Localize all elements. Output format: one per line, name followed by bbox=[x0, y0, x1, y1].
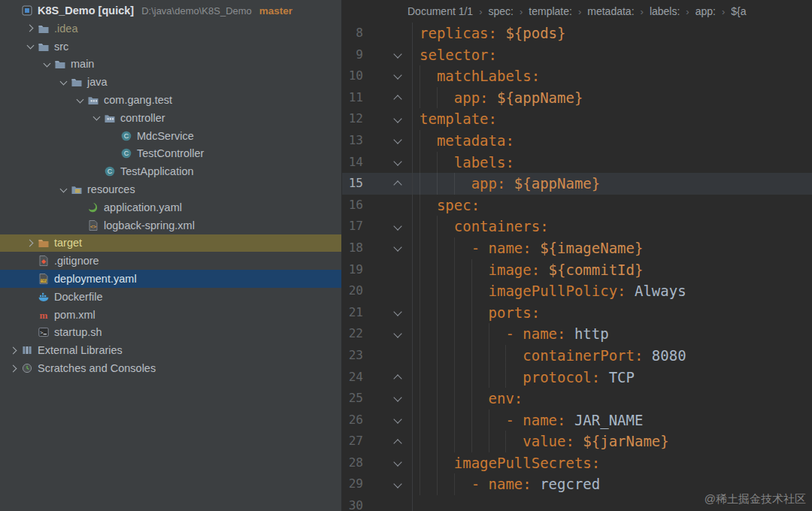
code-line-14[interactable]: 14 labels: bbox=[342, 152, 812, 174]
breadcrumb-item[interactable]: metadata: bbox=[587, 5, 634, 17]
fold-end-icon[interactable] bbox=[393, 95, 401, 103]
tree-item-idea[interactable]: .idea bbox=[0, 20, 341, 38]
code-text[interactable]: matchLabels: bbox=[413, 65, 812, 87]
code-text[interactable]: replicas: ${pods} bbox=[413, 23, 812, 44]
code-text[interactable]: containers: bbox=[413, 216, 812, 237]
code-text[interactable]: selector: bbox=[413, 44, 812, 66]
chevron-right-icon[interactable] bbox=[23, 240, 38, 246]
fold-end-icon[interactable] bbox=[393, 439, 401, 447]
code-text[interactable]: - name: ${imageName} bbox=[413, 237, 812, 259]
fold-collapse-icon[interactable] bbox=[393, 307, 401, 316]
chevron-right-icon[interactable] bbox=[23, 26, 38, 31]
tree-item-external-libraries[interactable]: External Libraries bbox=[0, 341, 341, 359]
chevron-down-icon[interactable] bbox=[72, 98, 87, 102]
code-line-19[interactable]: 19 image: ${commitId} bbox=[342, 259, 812, 281]
tree-item-mdcservice[interactable]: CMdcService bbox=[0, 127, 341, 145]
chevron-down-icon[interactable] bbox=[39, 62, 54, 66]
code-line-25[interactable]: 25 env: bbox=[342, 388, 812, 410]
code-text[interactable]: ports: bbox=[413, 302, 812, 324]
code-text[interactable]: spec: bbox=[413, 195, 812, 216]
breadcrumb-item[interactable]: spec: bbox=[489, 5, 514, 17]
fold-collapse-icon[interactable] bbox=[393, 479, 401, 488]
tree-item-logback-spring-xml[interactable]: <>logback-spring.xml bbox=[0, 216, 341, 234]
fold-collapse-icon[interactable] bbox=[393, 243, 401, 252]
code-line-10[interactable]: 10 matchLabels: bbox=[342, 65, 812, 87]
code-line-16[interactable]: 16 spec: bbox=[342, 195, 812, 216]
code-text[interactable]: containerPort: 8080 bbox=[413, 345, 812, 367]
fold-end-icon[interactable] bbox=[393, 374, 401, 382]
code-text[interactable]: image: ${commitId} bbox=[413, 259, 812, 281]
code-line-8[interactable]: 8replicas: ${pods} bbox=[342, 23, 812, 44]
chevron-down-icon[interactable] bbox=[23, 44, 38, 48]
breadcrumb-item[interactable]: template: bbox=[529, 5, 572, 17]
breadcrumb-item[interactable]: ${a bbox=[731, 5, 746, 17]
fold-collapse-icon[interactable] bbox=[393, 157, 401, 165]
code-line-27[interactable]: 27 value: ${jarName} bbox=[342, 431, 812, 452]
tree-item-java[interactable]: java bbox=[0, 73, 341, 91]
tree-item-gitignore[interactable]: .gitignore bbox=[0, 252, 341, 270]
code-line-11[interactable]: 11 app: ${appName} bbox=[342, 87, 812, 109]
code-text[interactable]: template: bbox=[413, 108, 812, 130]
fold-collapse-icon[interactable] bbox=[393, 329, 401, 337]
code-text[interactable]: imagePullSecrets: bbox=[413, 452, 812, 474]
fold-end-icon[interactable] bbox=[393, 181, 401, 189]
chevron-down-icon[interactable] bbox=[89, 116, 104, 119]
tree-item-scratches-and-consoles[interactable]: Scratches and Consoles bbox=[0, 359, 341, 377]
fold-collapse-icon[interactable] bbox=[393, 114, 401, 122]
code-line-17[interactable]: 17 containers: bbox=[342, 216, 812, 237]
code-text[interactable]: - name: JAR_NAME bbox=[413, 410, 812, 431]
chevron-right-icon[interactable] bbox=[6, 348, 21, 353]
tree-item-deployment-yaml[interactable]: YMLdeployment.yaml bbox=[0, 270, 341, 288]
breadcrumb-item[interactable]: Document 1/1 bbox=[408, 5, 473, 17]
tree-item-application-yaml[interactable]: application.yaml bbox=[0, 198, 341, 216]
fold-collapse-icon[interactable] bbox=[393, 458, 401, 467]
code-line-26[interactable]: 26 - name: JAR_NAME bbox=[342, 410, 812, 431]
code-text[interactable]: imagePullPolicy: Always bbox=[413, 280, 812, 302]
chevron-down-icon[interactable] bbox=[56, 80, 71, 84]
code-text[interactable]: value: ${jarName} bbox=[413, 431, 812, 452]
fold-collapse-icon[interactable] bbox=[393, 222, 401, 230]
breadcrumb-item[interactable]: labels: bbox=[650, 5, 680, 17]
code-area[interactable]: 8replicas: ${pods}9selector:10 matchLabe… bbox=[342, 23, 812, 511]
fold-collapse-icon[interactable] bbox=[393, 394, 401, 402]
tree-item-testapplication[interactable]: CTestApplication bbox=[0, 162, 341, 180]
code-line-21[interactable]: 21 ports: bbox=[342, 302, 812, 324]
code-line-28[interactable]: 28 imagePullSecrets: bbox=[342, 452, 812, 474]
code-text[interactable]: labels: bbox=[413, 152, 812, 174]
breadcrumb-item[interactable]: app: bbox=[695, 5, 716, 17]
code-text[interactable]: env: bbox=[413, 388, 812, 410]
code-line-23[interactable]: 23 containerPort: 8080 bbox=[342, 345, 812, 367]
code-line-13[interactable]: 13 metadata: bbox=[342, 130, 812, 152]
code-line-20[interactable]: 20 imagePullPolicy: Always bbox=[342, 280, 812, 302]
fold-collapse-icon[interactable] bbox=[393, 136, 401, 144]
fold-collapse-icon[interactable] bbox=[393, 71, 401, 80]
tree-item-pom-xml[interactable]: mpom.xml bbox=[0, 306, 341, 324]
code-line-18[interactable]: 18 - name: ${imageName} bbox=[342, 237, 812, 259]
chevron-down-icon[interactable] bbox=[56, 188, 71, 192]
tree-item-controller[interactable]: controller bbox=[0, 109, 341, 127]
code-text[interactable]: protocol: TCP bbox=[413, 367, 812, 389]
code-text[interactable]: app: ${appName} bbox=[413, 87, 812, 109]
fold-collapse-icon[interactable] bbox=[393, 415, 401, 423]
tree-item-dockerfile[interactable]: Dockerfile bbox=[0, 288, 341, 306]
tree-item-com-gang-test[interactable]: com.gang.test bbox=[0, 91, 341, 109]
code-text[interactable]: app: ${appName} bbox=[413, 173, 812, 195]
code-text[interactable]: metadata: bbox=[413, 130, 812, 152]
tree-item-label: main bbox=[71, 58, 94, 70]
code-line-15[interactable]: 15 app: ${appName} bbox=[342, 173, 812, 195]
tree-item-label: controller bbox=[120, 112, 165, 124]
tree-item-src[interactable]: src bbox=[0, 38, 341, 56]
project-root-item[interactable]: K8S_Demo [quick] D:\java\demo\K8S_Demo m… bbox=[0, 2, 341, 20]
code-text[interactable]: - name: http bbox=[413, 323, 812, 345]
tree-item-resources[interactable]: resources bbox=[0, 180, 341, 198]
tree-item-startup-sh[interactable]: >startup.sh bbox=[0, 324, 341, 342]
tree-item-target[interactable]: target bbox=[0, 234, 341, 252]
code-line-9[interactable]: 9selector: bbox=[342, 44, 812, 66]
chevron-right-icon[interactable] bbox=[6, 366, 21, 371]
code-line-24[interactable]: 24 protocol: TCP bbox=[342, 367, 812, 389]
tree-item-main[interactable]: main bbox=[0, 56, 341, 74]
code-line-12[interactable]: 12template: bbox=[342, 108, 812, 130]
fold-collapse-icon[interactable] bbox=[393, 50, 401, 58]
code-line-22[interactable]: 22 - name: http bbox=[342, 323, 812, 345]
tree-item-testcontroller[interactable]: CTestController bbox=[0, 145, 341, 163]
